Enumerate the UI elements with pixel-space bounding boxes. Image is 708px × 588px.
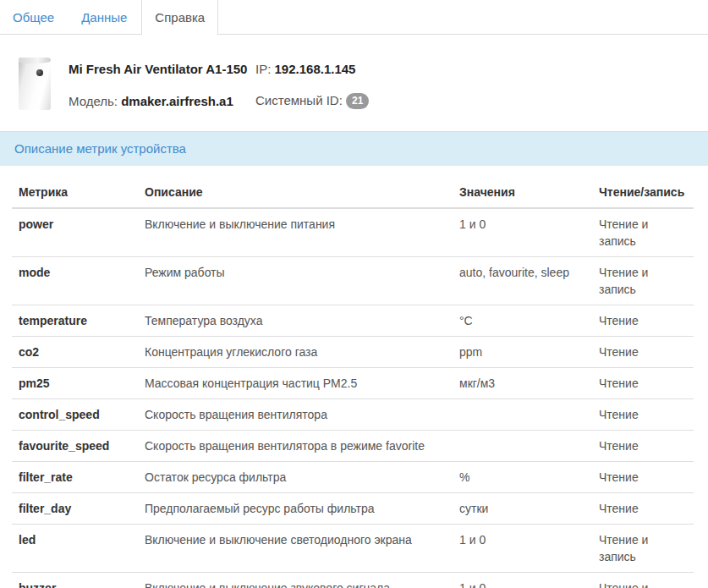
metric-description-cell: Включение и выключение звукового сигнала: [138, 573, 453, 588]
metric-description-cell: Остаток ресурса фильтра: [138, 462, 453, 493]
table-row: mode Режим работы auto, favourite, sleep…: [12, 257, 694, 305]
metrics-section-heading[interactable]: Описание метрик устройства: [0, 131, 708, 166]
tab-help[interactable]: Справка: [141, 0, 218, 35]
metric-name-cell: filter_day: [12, 493, 138, 525]
metric-access-cell: Чтение и запись: [592, 525, 694, 573]
metric-values-cell: [453, 399, 592, 431]
tab-data[interactable]: Данные: [69, 0, 140, 34]
metric-name-cell: filter_rate: [12, 462, 138, 493]
metric-description-cell: Включение и выключение питания: [138, 208, 453, 257]
metric-access-cell: Чтение и запись: [592, 208, 694, 257]
device-name: Mi Fresh Air Ventilator A1-150: [69, 62, 255, 76]
metric-description-cell: Концентрация углекислого газа: [138, 337, 453, 368]
device-sensor-dot-icon: [36, 69, 43, 76]
metric-name-cell: mode: [12, 257, 138, 305]
metric-access-cell: Чтение: [592, 399, 694, 431]
metric-description-cell: Предполагаемый ресурс работы фильтра: [138, 493, 453, 525]
metric-values-cell: мкг/м3: [453, 368, 592, 399]
ip-label: IP:: [255, 62, 271, 76]
tab-bar: Общее Данные Справка: [0, 0, 708, 35]
metric-access-cell: Чтение: [592, 431, 694, 462]
metrics-table: Метрика Описание Значения Чтение/запись …: [12, 177, 694, 588]
table-row: buzzer Включение и выключение звукового …: [12, 573, 694, 588]
table-row: led Включение и выключение светодиодного…: [12, 525, 694, 573]
metric-name-cell: favourite_speed: [12, 431, 138, 462]
device-model-row: Модель: dmaker.airfresh.a1: [69, 94, 255, 108]
table-row: filter_rate Остаток ресурса фильтра % Чт…: [12, 462, 694, 493]
table-row: power Включение и выключение питания 1 и…: [12, 208, 694, 257]
metric-name-cell: led: [12, 525, 138, 573]
col-header-metric: Метрика: [12, 177, 138, 208]
table-row: filter_day Предполагаемый ресурс работы …: [12, 493, 694, 525]
metrics-table-body: power Включение и выключение питания 1 и…: [12, 208, 694, 588]
metric-values-cell: 1 и 0: [453, 573, 592, 588]
system-id-badge: 21: [346, 93, 369, 109]
metric-access-cell: Чтение: [592, 462, 694, 493]
metric-values-cell: 1 и 0: [453, 525, 592, 573]
header-row: Метрика Описание Значения Чтение/запись: [12, 177, 694, 208]
metric-values-cell: ppm: [453, 337, 592, 368]
tab-general[interactable]: Общее: [0, 0, 67, 34]
metric-values-cell: auto, favourite, sleep: [453, 257, 592, 305]
system-id-label: Системный ID:: [255, 93, 343, 107]
metric-values-cell: °C: [453, 305, 592, 337]
device-info-grid: Mi Fresh Air Ventilator A1-150 IP: 192.1…: [69, 58, 369, 110]
metric-values-cell: 1 и 0: [453, 208, 592, 257]
metric-values-cell: сутки: [453, 493, 592, 525]
device-ip-row: IP: 192.168.1.145: [255, 62, 369, 76]
table-row: control_speed Скорость вращения вентилят…: [12, 399, 694, 431]
device-system-id-row: Системный ID: 21: [255, 93, 369, 109]
model-value: dmaker.airfresh.a1: [121, 94, 233, 108]
metric-description-cell: Температура воздуха: [138, 305, 453, 337]
col-header-access: Чтение/запись: [592, 177, 694, 208]
metric-description-cell: Массовая концентрация частиц PM2.5: [138, 368, 453, 399]
col-header-values: Значения: [453, 177, 592, 208]
table-row: pm25 Массовая концентрация частиц PM2.5 …: [12, 368, 694, 399]
col-header-description: Описание: [138, 177, 453, 208]
metric-name-cell: buzzer: [12, 573, 138, 588]
device-product-image: [19, 58, 51, 110]
metric-access-cell: Чтение: [592, 305, 694, 337]
metric-access-cell: Чтение и запись: [592, 573, 694, 588]
model-label: Модель:: [69, 94, 118, 108]
metric-description-cell: Включение и выключение светодиодного экр…: [138, 525, 453, 573]
metric-name-cell: temperature: [12, 305, 138, 337]
table-row: favourite_speed Скорость вращения вентил…: [12, 431, 694, 462]
metric-name-cell: power: [12, 208, 138, 257]
metric-description-cell: Режим работы: [138, 257, 453, 305]
metric-access-cell: Чтение: [592, 337, 694, 368]
metric-description-cell: Скорость вращения вентилятора в режиме f…: [138, 431, 453, 462]
table-row: temperature Температура воздуха °C Чтени…: [12, 305, 694, 337]
metric-name-cell: co2: [12, 337, 138, 368]
metric-access-cell: Чтение и запись: [592, 257, 694, 305]
table-row: co2 Концентрация углекислого газа ppm Чт…: [12, 337, 694, 368]
metric-description-cell: Скорость вращения вентилятора: [138, 399, 453, 431]
ip-value: 192.168.1.145: [275, 62, 356, 76]
metric-name-cell: pm25: [12, 368, 138, 399]
metric-access-cell: Чтение: [592, 493, 694, 525]
metric-values-cell: %: [453, 462, 592, 493]
metric-access-cell: Чтение: [592, 368, 694, 399]
metric-name-cell: control_speed: [12, 399, 138, 431]
metrics-table-head: Метрика Описание Значения Чтение/запись: [12, 177, 694, 208]
device-info-section: Mi Fresh Air Ventilator A1-150 IP: 192.1…: [0, 35, 708, 110]
device-help-page: Общее Данные Справка Mi Fresh Air Ventil…: [0, 0, 708, 588]
metric-values-cell: [453, 431, 592, 462]
